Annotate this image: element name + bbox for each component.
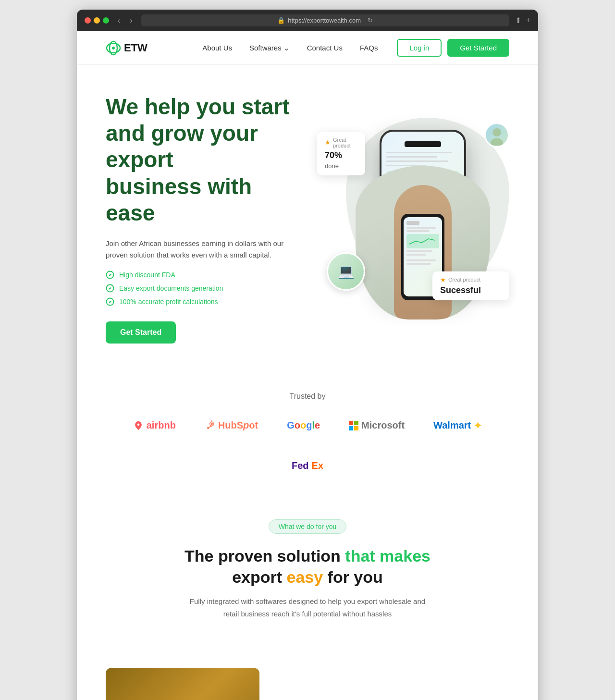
share-icon[interactable]: ⬆ (515, 16, 521, 25)
url-bar[interactable]: 🔒 https://exporttowealth.com ↻ (141, 14, 509, 26)
hero-features-list: High discount FDA Easy export documents … (106, 270, 298, 306)
section-badge: What we do for you (269, 519, 347, 534)
what-description: Fully integrated with softwares designed… (187, 595, 428, 620)
nav-softwares[interactable]: Softwares ⌄ (249, 44, 290, 52)
nav-about[interactable]: About Us (202, 44, 232, 52)
dot-yellow[interactable] (94, 17, 100, 24)
microsoft-logo: Microsoft (349, 420, 405, 431)
chevron-down-icon: ⌄ (283, 44, 290, 52)
hero-visual: ★ Great product 70% done ★ Great product… (317, 118, 509, 319)
browser-dots (85, 17, 109, 24)
card-top-value: 70% done (325, 150, 357, 171)
logo-label: ETW (124, 42, 148, 54)
browser-nav: ‹ › (115, 15, 135, 26)
browser-window: ‹ › 🔒 https://exporttowealth.com ↻ ⬆ + E… (77, 10, 538, 700)
google-logo: Google (287, 420, 320, 431)
airbnb-logo: airbnb (133, 420, 176, 431)
float-card-bottom: ★ Great product Sucessful (432, 271, 509, 300)
mini-chart (408, 236, 437, 246)
nav-faqs[interactable]: FAQs (360, 44, 378, 52)
card-bottom-value: Sucessful (440, 285, 502, 295)
walmart-logo: Walmart ✦ (433, 420, 482, 431)
hubspot-label: HubSpot (218, 420, 258, 431)
hubspot-icon (205, 420, 215, 431)
hero-headline: We help you start and grow your export b… (106, 94, 298, 226)
refresh-icon[interactable]: ↻ (368, 17, 373, 24)
feature-2: Easy export documents generation (106, 284, 298, 293)
bottom-image-section (77, 668, 538, 700)
svg-point-12 (207, 427, 209, 429)
login-button[interactable]: Log in (397, 39, 442, 57)
trusted-section: Trusted by airbnb (77, 363, 538, 491)
forward-button[interactable]: › (127, 15, 135, 26)
check-icon-3 (106, 297, 114, 306)
new-tab-icon[interactable]: + (526, 16, 530, 25)
walmart-label: Walmart (433, 420, 471, 431)
url-text: https://exporttowealth.com (288, 17, 361, 24)
user-avatar (484, 123, 509, 147)
hero-text: We help you start and grow your export b… (106, 94, 298, 344)
browser-toolbar: ‹ › 🔒 https://exporttowealth.com ↻ ⬆ + (77, 10, 538, 31)
get-started-nav-button[interactable]: Get Started (447, 39, 509, 57)
trusted-label: Trusted by (106, 392, 509, 401)
feature-3: 100% accurate profit calculations (106, 297, 298, 306)
float-card-top: ★ Great product 70% done (317, 132, 365, 175)
airbnb-label: airbnb (147, 420, 176, 431)
svg-line-10 (209, 426, 212, 427)
what-we-do-section: What we do for you The proven solution t… (77, 491, 538, 668)
star-icon-top: ★ (325, 139, 331, 146)
feature-1: High discount FDA (106, 270, 298, 279)
nav-buttons: Log in Get Started (397, 39, 509, 57)
etw-logo-icon (106, 40, 121, 56)
walmart-star-icon: ✦ (474, 420, 482, 431)
card-bottom-label: ★ Great product (440, 276, 502, 283)
svg-point-7 (491, 138, 503, 146)
fedex-label-ex: Ex (312, 460, 323, 471)
avatar-icon (486, 124, 507, 146)
hero-cta-button[interactable]: Get Started (106, 321, 176, 344)
star-icon-bottom: ★ (440, 276, 446, 283)
hero-subtext: Join other African businesses earning in… (106, 238, 298, 261)
check-icon-1 (106, 270, 114, 279)
lock-icon: 🔒 (277, 17, 285, 24)
hubspot-logo: HubSpot (205, 420, 258, 431)
browser-actions: ⬆ + (515, 16, 530, 25)
nav-links: About Us Softwares ⌄ Contact Us FAQs (202, 44, 378, 52)
fedex-label-fe: Fed (292, 460, 309, 471)
site-logo[interactable]: ETW (106, 40, 148, 56)
trusted-logos: airbnb HubSpot Google (106, 420, 509, 471)
check-icon-2 (106, 284, 114, 293)
card-top-label: ★ Great product (325, 137, 357, 148)
airbnb-icon (133, 420, 144, 431)
google-label: Google (287, 420, 320, 431)
svg-point-2 (112, 47, 115, 49)
fedex-logo: FedEx (292, 460, 323, 471)
boxes-image (106, 668, 259, 700)
what-title: The proven solution that makes export ea… (106, 545, 509, 588)
nav-contact[interactable]: Contact Us (307, 44, 343, 52)
dot-green[interactable] (103, 17, 109, 24)
microsoft-icon (349, 421, 358, 430)
laptop-thumbnail: 💻 (327, 252, 365, 291)
svg-point-6 (492, 128, 501, 137)
microsoft-label: Microsoft (361, 420, 405, 431)
dot-red[interactable] (85, 17, 91, 24)
hero-section: We help you start and grow your export b… (77, 65, 538, 363)
back-button[interactable]: ‹ (115, 15, 123, 26)
main-nav: ETW About Us Softwares ⌄ Contact Us FAQs… (77, 31, 538, 65)
website-content: ETW About Us Softwares ⌄ Contact Us FAQs… (77, 31, 538, 700)
svg-point-8 (210, 423, 213, 425)
